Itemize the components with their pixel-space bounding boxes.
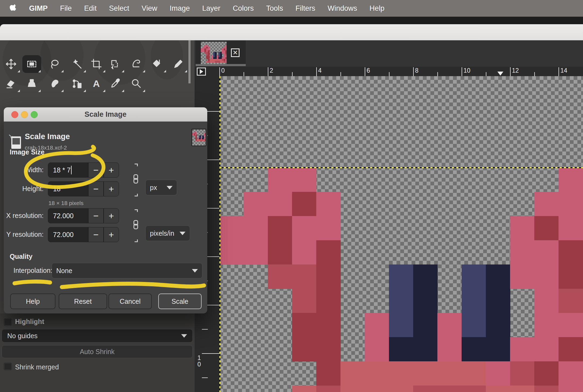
size-chain-link-icon[interactable] (132, 164, 139, 196)
crab-pixel (244, 216, 268, 241)
crab-pixel (559, 264, 583, 289)
cancel-button[interactable]: Cancel (108, 294, 152, 309)
menu-item-edit[interactable]: Edit (84, 4, 97, 13)
help-button[interactable]: Help (10, 294, 55, 309)
crab-pixel (534, 313, 559, 337)
crab-pixel (292, 313, 317, 337)
menu-item-gimp[interactable]: GIMP (29, 4, 48, 13)
crab-pixel (437, 313, 462, 337)
gradient-fill-tool-icon[interactable] (148, 55, 167, 73)
interpolation-dropdown[interactable]: None (52, 263, 202, 278)
dialog-zoom-button[interactable] (31, 111, 38, 118)
crab-pixel (510, 361, 535, 386)
menu-item-select[interactable]: Select (109, 4, 129, 13)
crab-pixel (559, 386, 583, 392)
ruler-tick (292, 72, 293, 76)
guides-dropdown[interactable]: No guides (2, 329, 193, 342)
dialog-close-button[interactable] (11, 111, 18, 118)
unified-transform-tool-icon[interactable] (106, 55, 125, 73)
ruler-label: 8 (415, 67, 419, 74)
resolution-unit-dropdown[interactable]: pixels/in (145, 225, 190, 241)
free-select-tool-icon[interactable] (45, 55, 64, 73)
eraser-tool-icon[interactable] (2, 75, 20, 93)
crab-pixel (292, 240, 317, 265)
crab-pixel (389, 386, 413, 392)
close-view-icon[interactable]: ✕ (231, 48, 240, 57)
fuzzy-select-tool-icon[interactable] (68, 55, 86, 73)
x-res-increment-button[interactable]: + (104, 208, 119, 223)
crab-pixel (510, 337, 535, 362)
menu-item-image[interactable]: Image (170, 4, 190, 13)
crab-pixel (559, 337, 583, 362)
paths-tool-icon[interactable] (68, 75, 86, 93)
scale-image-icon: ↘ (11, 136, 21, 149)
handle-transform-tool-icon[interactable] (127, 55, 146, 73)
menu-item-colors[interactable]: Colors (233, 4, 254, 13)
highlight-checkbox[interactable] (4, 318, 12, 326)
menu-item-tools[interactable]: Tools (266, 4, 283, 13)
dialog-minimize-button[interactable] (21, 111, 28, 118)
menu-item-help[interactable]: Help (370, 4, 385, 13)
menu-item-windows[interactable]: Windows (328, 4, 357, 13)
resolution-chain-link-icon[interactable] (132, 209, 139, 242)
shrink-merged-checkbox[interactable] (4, 363, 12, 370)
crop-tool-icon[interactable] (87, 55, 106, 73)
crab-pixel (268, 168, 292, 192)
color-picker-tool-icon[interactable] (106, 75, 125, 93)
crab-pixel (292, 386, 317, 392)
auto-shrink-button[interactable]: Auto Shrink (2, 345, 193, 358)
crab-pixel (292, 216, 317, 241)
highlight-label: Highlight (15, 318, 44, 326)
smudge-tool-icon[interactable] (45, 75, 64, 93)
crab-pixel (510, 386, 535, 392)
menu-item-file[interactable]: File (60, 4, 72, 13)
crab-pixel (316, 386, 341, 392)
pencil-tool-icon[interactable] (169, 55, 188, 73)
auto-shrink-label: Auto Shrink (80, 348, 114, 356)
y-res-decrement-button[interactable]: − (88, 227, 104, 242)
crab-pixel (413, 313, 438, 337)
ruler-tick (316, 67, 317, 76)
crab-pixel (510, 264, 535, 289)
height-input[interactable]: 18 (48, 181, 88, 196)
rectangle-select-tool-icon[interactable] (22, 55, 41, 73)
unit-dropdown[interactable]: px (145, 180, 177, 195)
width-increment-button[interactable]: + (104, 163, 119, 178)
ruler-label: 10 (463, 67, 470, 74)
crab-pixel (268, 240, 292, 265)
menu-item-filters[interactable]: Filters (296, 4, 315, 13)
y-resolution-input[interactable]: 72.000 (48, 227, 88, 242)
ruler-tick (202, 377, 208, 378)
image-canvas[interactable] (219, 76, 583, 392)
chevron-down-icon (180, 232, 185, 235)
crab-pixel (534, 264, 559, 289)
interpolation-label: Interpolation: (13, 267, 52, 274)
crab-pixel (268, 216, 292, 241)
width-input[interactable]: 18 * 7 (48, 163, 88, 178)
move-tool-icon[interactable] (2, 55, 20, 73)
x-resolution-input[interactable]: 72.000 (48, 208, 88, 223)
text-tool-icon[interactable]: A (87, 75, 106, 93)
dialog-image-thumbnail (192, 129, 206, 146)
menu-item-layer[interactable]: Layer (202, 4, 220, 13)
apple-icon[interactable] (10, 4, 17, 12)
crab-pixel (292, 289, 317, 313)
ruler-tick (437, 72, 438, 76)
clone-tool-icon[interactable] (22, 75, 41, 93)
height-increment-button[interactable]: + (104, 181, 119, 196)
menu-item-view[interactable]: View (142, 4, 157, 13)
crab-pixel (316, 289, 341, 313)
reset-button[interactable]: Reset (59, 294, 107, 309)
width-decrement-button[interactable]: − (88, 163, 104, 178)
crab-pixel (206, 136, 206, 137)
crab-pixel (389, 289, 413, 313)
crab-pixel (413, 264, 438, 289)
ruler-tick (413, 67, 414, 76)
zoom-tool-icon[interactable] (127, 75, 146, 93)
y-res-increment-button[interactable]: + (104, 227, 119, 242)
x-res-decrement-button[interactable]: − (88, 208, 104, 223)
menu-arrow-button[interactable] (197, 68, 206, 76)
crab-pixel (316, 337, 341, 362)
height-decrement-button[interactable]: − (88, 181, 104, 196)
scale-button[interactable]: Scale (158, 294, 202, 309)
